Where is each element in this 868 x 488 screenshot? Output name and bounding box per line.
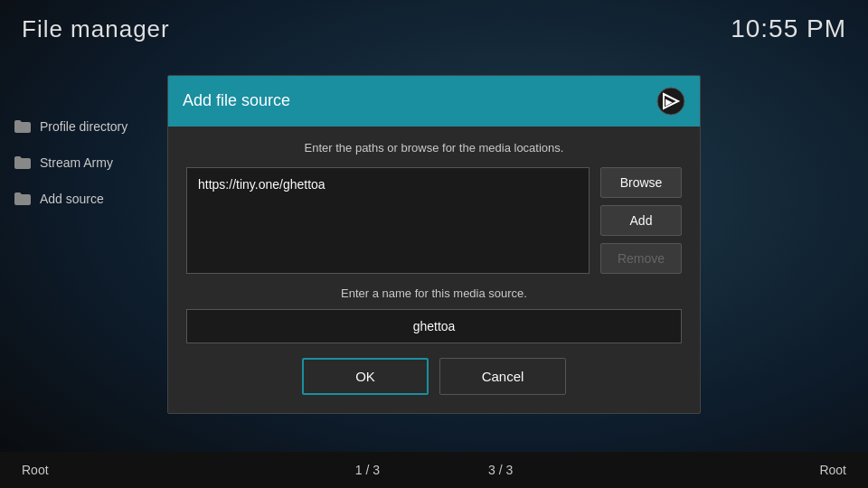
modal-title: Add file source [183,91,290,110]
source-url-input[interactable]: https://tiny.one/ghettoa [186,167,590,274]
paths-instruction: Enter the paths or browse for the media … [186,141,682,155]
source-action-buttons: Browse Add Remove [600,167,682,274]
cancel-button[interactable]: Cancel [439,358,566,395]
remove-button[interactable]: Remove [600,243,682,274]
add-file-source-dialog: Add file source ▶ Enter the paths or bro… [167,75,701,414]
add-button[interactable]: Add [600,205,682,236]
kodi-logo-icon: ▶ [656,87,685,116]
ok-button[interactable]: OK [302,358,429,395]
modal-overlay: Add file source ▶ Enter the paths or bro… [0,0,868,488]
browse-button[interactable]: Browse [600,167,682,198]
name-instruction: Enter a name for this media source. [186,286,682,300]
svg-text:▶: ▶ [665,97,673,107]
source-url-value: https://tiny.one/ghettoa [198,177,578,192]
modal-header: Add file source ▶ [168,76,700,127]
media-source-name-input[interactable] [186,309,682,343]
modal-body: Enter the paths or browse for the media … [168,127,700,413]
source-row: https://tiny.one/ghettoa Browse Add Remo… [186,167,682,274]
action-row: OK Cancel [186,358,682,395]
